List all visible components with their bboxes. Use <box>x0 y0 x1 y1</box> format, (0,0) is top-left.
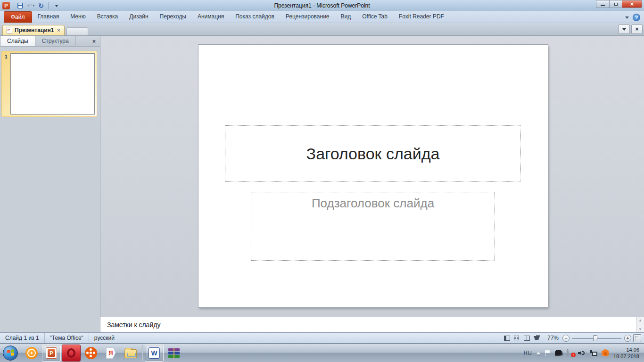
language-status[interactable]: русский <box>89 333 120 343</box>
yandex-icon[interactable]: Я <box>101 345 120 362</box>
window-controls: × <box>596 0 642 8</box>
opera-icon[interactable] <box>62 345 81 362</box>
tab-menu[interactable]: Меню <box>65 11 91 23</box>
title-bar: P ↶▾ ↻ Презентация1 - Microsoft PowerPoi… <box>0 0 644 11</box>
editor-area: Заголовок слайда Подзаголовок слайда Зам… <box>100 36 644 332</box>
quick-access-toolbar: ↶▾ ↻ <box>12 1 61 10</box>
tab-slideshow[interactable]: Показ слайдов <box>230 11 280 23</box>
minimize-icon[interactable] <box>596 0 610 8</box>
subtitle-placeholder[interactable]: Подзаголовок слайда <box>251 192 495 261</box>
avast-icon[interactable]: a <box>602 349 609 357</box>
customize-qat-icon[interactable] <box>52 1 61 10</box>
tab-view[interactable]: Вид <box>335 11 357 23</box>
ribbon-tab-bar: Файл Главная Меню Вставка Дизайн Переход… <box>0 11 644 23</box>
clock[interactable]: 14:06 18.07.2018 <box>613 346 641 360</box>
help-icon[interactable]: ? <box>633 14 640 21</box>
zoom-in-icon[interactable]: + <box>624 335 631 342</box>
tab-animations[interactable]: Анимация <box>192 11 230 23</box>
new-tab-stub[interactable] <box>66 27 88 35</box>
tab-slides[interactable]: Слайды <box>0 35 35 46</box>
explorer-folder-icon[interactable] <box>121 345 140 362</box>
zoom-out-icon[interactable]: – <box>562 335 570 342</box>
notes-scrollbar[interactable]: ▲ ▼ <box>636 317 644 332</box>
tab-file[interactable]: Файл <box>4 11 32 23</box>
slide[interactable]: Заголовок слайда Подзаголовок слайда <box>198 45 548 307</box>
tray-time: 14:06 <box>626 347 639 353</box>
workspace: Слайды Структура × 1 Заголовок слайда По… <box>0 36 644 332</box>
action-center-flag-icon[interactable] <box>545 350 551 356</box>
thumbnail-list: 1 <box>0 47 100 332</box>
document-tab-label: Презентация1 <box>15 27 54 33</box>
winrar-icon[interactable] <box>165 345 183 362</box>
tray-app-icon[interactable] <box>554 349 563 356</box>
settings-wheel-icon[interactable] <box>22 345 41 362</box>
powerpoint-app-icon[interactable]: P <box>2 2 10 9</box>
reading-view-icon[interactable] <box>524 336 530 341</box>
system-tray: RU ! a 14:06 18.07.2018 <box>524 344 641 362</box>
tab-home[interactable]: Главная <box>32 11 65 23</box>
zoom-slider-thumb[interactable] <box>593 335 597 341</box>
collapse-ribbon-chevron-icon[interactable] <box>625 16 629 19</box>
scroll-down-icon[interactable]: ▼ <box>638 327 642 331</box>
language-indicator[interactable]: RU <box>524 350 532 356</box>
window-title: Презентация1 - Microsoft PowerPoint <box>0 2 644 9</box>
tab-transitions[interactable]: Переходы <box>154 11 192 23</box>
redo-icon[interactable]: ↻ <box>37 1 45 10</box>
tab-office-tab[interactable]: Office Tab <box>356 11 393 23</box>
word-icon[interactable]: W <box>145 345 164 362</box>
save-icon[interactable] <box>16 1 25 10</box>
start-orb-icon[interactable] <box>3 346 18 361</box>
tab-design[interactable]: Дизайн <box>124 11 154 23</box>
media-reel-icon[interactable] <box>82 345 100 362</box>
notes-pane[interactable]: Заметки к слайду ▲ ▼ <box>100 317 644 332</box>
zoom-slider[interactable] <box>572 335 621 342</box>
restore-icon[interactable] <box>610 0 622 8</box>
close-icon[interactable]: × <box>622 0 642 8</box>
tab-list-dropdown-icon[interactable] <box>619 25 630 34</box>
document-tab-active[interactable]: P Презентация1 × <box>2 25 65 35</box>
slides-panel: Слайды Структура × 1 <box>0 36 100 332</box>
slide-thumbnail-1[interactable]: 1 <box>1 51 97 117</box>
powerpoint-doc-icon: P <box>7 27 12 33</box>
qat-separator <box>13 2 13 9</box>
slide-thumbnail-preview <box>10 53 95 115</box>
fit-to-window-icon[interactable] <box>633 334 641 342</box>
panel-tabs: Слайды Структура × <box>0 36 100 47</box>
notes-placeholder[interactable]: Заметки к слайду <box>100 317 160 332</box>
title-placeholder[interactable]: Заголовок слайда <box>225 125 521 182</box>
view-switcher <box>500 336 544 341</box>
tab-outline[interactable]: Структура <box>35 36 76 46</box>
slide-number: 1 <box>5 54 8 59</box>
undo-icon[interactable]: ↶▾ <box>26 1 35 10</box>
network-icon[interactable] <box>590 350 597 356</box>
powerpoint-window: P ↶▾ ↻ Презентация1 - Microsoft PowerPoi… <box>0 0 644 362</box>
slideshow-icon[interactable] <box>534 336 540 340</box>
sync-alert-icon[interactable]: ! <box>567 350 574 356</box>
scroll-up-icon[interactable]: ▲ <box>638 318 642 322</box>
tab-insert[interactable]: Вставка <box>91 11 124 23</box>
status-bar: Слайд 1 из 1 "Тема Office" русский 77% –… <box>0 332 644 343</box>
taskbar: P Я W RU ! a 14:06 18.07.2018 <box>0 343 644 362</box>
close-document-tab-icon[interactable]: × <box>57 27 60 33</box>
powerpoint-icon[interactable]: P <box>42 345 61 362</box>
slide-canvas-area: Заголовок слайда Подзаголовок слайда <box>100 36 644 317</box>
volume-icon[interactable] <box>578 350 586 356</box>
slide-counter: Слайд 1 из 1 <box>0 333 45 343</box>
close-tab-icon[interactable]: × <box>631 25 643 34</box>
tab-foxit-reader[interactable]: Foxit Reader PDF <box>393 11 450 23</box>
document-tab-bar: P Презентация1 × × <box>0 23 644 36</box>
close-panel-icon[interactable]: × <box>88 37 100 46</box>
hidden-icons-arrow-icon[interactable] <box>536 352 541 354</box>
tray-date: 18.07.2018 <box>613 354 639 359</box>
theme-name[interactable]: "Тема Office" <box>45 333 89 343</box>
normal-view-icon[interactable] <box>504 336 510 341</box>
slide-sorter-icon[interactable] <box>514 336 520 341</box>
zoom-level[interactable]: 77% <box>544 335 562 341</box>
qat-separator <box>48 2 49 9</box>
taskbar-separator <box>142 345 143 361</box>
tab-review[interactable]: Рецензирование <box>280 11 335 23</box>
